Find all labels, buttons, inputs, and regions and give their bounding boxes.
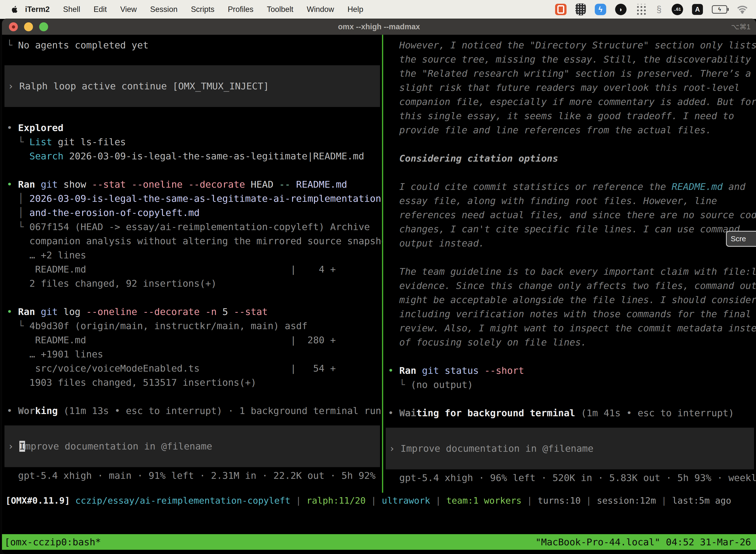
text-segment: │ — [7, 193, 29, 204]
text-segment: • — [7, 306, 18, 317]
text-segment: List — [29, 136, 52, 148]
menu-item-window[interactable]: Window — [300, 5, 341, 14]
menu-items: iTerm2ShellEditViewSessionScriptsProfile… — [18, 5, 370, 14]
thinking-heading: Considering citation options — [388, 151, 756, 166]
text-segment: … +2 lines — [7, 250, 86, 261]
prompt-input[interactable]: › Improve documentation in @filename — [386, 428, 754, 469]
text-segment: this single essay, it seems like a good … — [399, 110, 734, 121]
menu-item-session[interactable]: Session — [143, 5, 184, 14]
prompt-line: › Ralph loop active continue [OMX_TMUX_I… — [8, 79, 380, 93]
text-segment: cczip/essay/ai-reimplementation-copyleft — [75, 495, 291, 506]
menu-item-shell[interactable]: Shell — [56, 5, 87, 14]
text-segment: (11m 13s • esc to interrupt) · 1 backgro… — [58, 405, 382, 416]
terminal-line: companion file, especially if more comme… — [388, 95, 756, 109]
text-segment: turns:10 — [538, 495, 581, 506]
text-segment: log — [63, 306, 86, 317]
terminal-line: └ (no output) — [388, 378, 756, 392]
text-segment: show — [63, 179, 92, 190]
dots-grid-icon[interactable] — [635, 4, 646, 15]
right-pane[interactable]: However, I noticed the "Directory Struct… — [383, 35, 756, 493]
badge-61-icon[interactable]: ..61 — [672, 4, 683, 15]
tmux-panes: └ No agents completed yet› Ralph loop ac… — [2, 35, 756, 493]
text-segment: output instead. — [399, 238, 485, 249]
menu-item-edit[interactable]: Edit — [87, 5, 113, 14]
text-segment: │ — [7, 207, 29, 218]
chat-app-icon[interactable] — [555, 4, 567, 15]
terminal-line: including verification notes with those … — [388, 307, 756, 321]
waiting-status-line: • Waiting for background terminal (1m 41… — [388, 406, 756, 420]
text-segment: • — [388, 365, 399, 376]
screen: iTerm2ShellEditViewSessionScriptsProfile… — [0, 0, 756, 554]
squiggle-icon[interactable] — [655, 3, 663, 15]
text-segment: --stat — [234, 306, 268, 317]
session-status-line: gpt-5.4 xhigh · main · 91% left · 2.31M … — [7, 468, 382, 483]
prompt-input[interactable]: › Improve documentation in @filename — [4, 426, 380, 467]
text-segment: changes, I can't cite specific file line… — [399, 224, 740, 234]
close-button[interactable] — [9, 22, 18, 31]
text-segment: › — [8, 81, 19, 92]
ralph-loop-input[interactable]: › Ralph loop active continue [OMX_TMUX_I… — [4, 65, 380, 107]
text-segment: (1m 41s • esc to interrupt) — [575, 407, 734, 419]
terminal-line: the "Related research writing" section i… — [388, 66, 756, 81]
text-segment: I — [19, 441, 25, 452]
text-segment: --decorate — [188, 179, 251, 190]
text-segment: HEAD — [251, 179, 279, 190]
window-titlebar[interactable]: omx --xhigh --madmax ⌥⌘1 — [2, 19, 756, 35]
text-segment: Search — [29, 151, 63, 162]
omx-status-line: [OMX#0.11.9] cczip/essay/ai-reimplementa… — [2, 493, 756, 509]
keypad-shield-icon[interactable] — [575, 3, 586, 15]
zoom-button[interactable] — [39, 22, 48, 31]
menu-item-profiles[interactable]: Profiles — [221, 5, 260, 14]
text-segment — [70, 495, 75, 506]
text-segment: └ — [7, 136, 29, 148]
minimize-button[interactable] — [24, 22, 33, 31]
terminal-line: the source tree, missing the essay. Stil… — [388, 52, 756, 66]
text-segment: | — [366, 495, 382, 506]
text-segment: provide file and line references from th… — [399, 125, 711, 135]
terminal-line: review. Also, I might want to inspect th… — [388, 321, 756, 335]
terminal-line: README.md | 280 + — [7, 333, 382, 347]
text-segment: -n — [205, 306, 223, 317]
text-segment: (no output) — [411, 379, 473, 390]
text-segment: Considering citation options — [399, 153, 558, 164]
text-segment: └ — [7, 321, 29, 331]
text-segment: gpt-5.4 xhigh · main · 91% left · 2.31M … — [18, 470, 382, 481]
input-source-icon[interactable]: A — [692, 4, 703, 15]
text-segment: Wor — [18, 405, 35, 416]
text-segment: and-the-erosion-of-copyleft.md — [29, 207, 200, 218]
text-segment: git — [41, 306, 63, 317]
contrast-circle-icon[interactable] — [615, 4, 627, 15]
menu-item-scripts[interactable]: Scripts — [184, 5, 221, 14]
terminal-line: • Ran git status --short — [388, 364, 756, 378]
text-segment: 5 — [222, 306, 234, 317]
text-segment: ting for background terminal — [416, 407, 575, 419]
menu-item-view[interactable]: View — [114, 5, 144, 14]
messenger-hexagon-icon[interactable] — [595, 4, 606, 15]
battery-icon[interactable] — [712, 5, 727, 14]
window-title: omx --xhigh --madmax — [2, 22, 756, 31]
text-segment: • — [7, 405, 18, 416]
terminal-line: references need actual files, and since … — [388, 208, 756, 222]
terminal-line: might be acceptable alongside the file l… — [388, 293, 756, 307]
menu-item-toolbelt[interactable]: Toolbelt — [260, 5, 300, 14]
text-segment: The team guideline is to back every impo… — [399, 266, 756, 277]
screen-edge-tooltip[interactable]: Scre — [726, 231, 756, 247]
terminal-line: • Ran git show --stat --oneline --decora… — [7, 177, 382, 191]
terminal-line: │ and-the-erosion-of-copyleft.md — [7, 206, 382, 220]
iterm2-window: omx --xhigh --madmax ⌥⌘1 └ No agents com… — [2, 19, 756, 554]
text-segment: king — [35, 405, 58, 416]
text-segment: Ralph loop active continue [OMX_TMUX_INJ… — [19, 81, 269, 92]
terminal-content: └ No agents completed yet› Ralph loop ac… — [2, 35, 756, 554]
terminal-line: … +1901 lines — [7, 347, 382, 362]
text-segment: review. Also, I might want to inspect th… — [399, 323, 756, 334]
apple-icon[interactable] — [11, 5, 18, 13]
working-status-line: • Working (11m 13s • esc to interrupt) ·… — [7, 404, 382, 418]
text-segment: companion file, especially if more comme… — [399, 96, 756, 107]
wifi-icon[interactable] — [736, 6, 749, 13]
menu-item-help[interactable]: Help — [341, 5, 370, 14]
menu-item-iterm2[interactable]: iTerm2 — [18, 5, 56, 14]
left-pane[interactable]: └ No agents completed yet› Ralph loop ac… — [2, 35, 382, 493]
text-segment: › — [389, 443, 400, 454]
text-segment: --short — [485, 365, 524, 376]
terminal-line: However, I noticed the "Directory Struct… — [388, 38, 756, 52]
